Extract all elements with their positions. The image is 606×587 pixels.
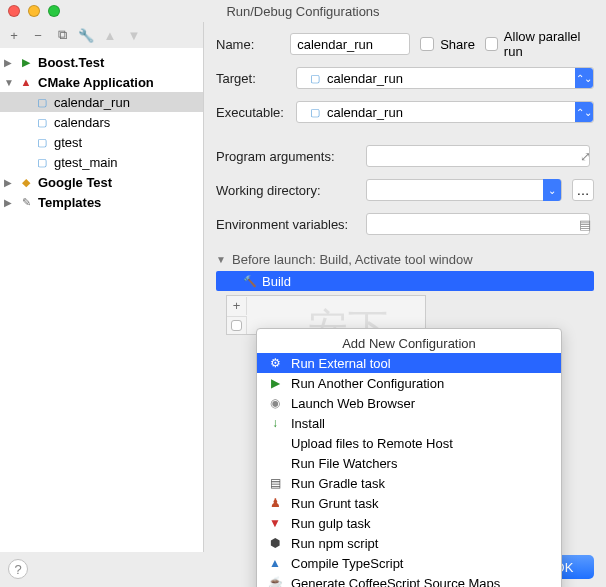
- tree-item[interactable]: ▢gtest: [0, 132, 203, 152]
- tree-arrow-icon: ▶: [4, 197, 14, 208]
- copy-icon[interactable]: ⧉: [54, 27, 70, 43]
- menu-item-icon: ⬢: [267, 535, 283, 551]
- menu-item-label: Run External tool: [291, 356, 391, 371]
- menu-item-label: Upload files to Remote Host: [291, 436, 453, 451]
- config-tree: ▶▶Boost.Test▼▲CMake Application▢calendar…: [0, 48, 203, 552]
- chevron-down-icon: ⌃⌄: [575, 102, 593, 122]
- menu-item-label: Run Gradle task: [291, 476, 385, 491]
- tree-node-icon: ▲: [18, 74, 34, 90]
- tree-node-label: calendars: [54, 115, 110, 130]
- list-icon[interactable]: ▤: [576, 215, 594, 233]
- menu-item-icon: ▤: [267, 475, 283, 491]
- chevron-down-icon: ⌃⌄: [575, 68, 593, 88]
- tree-item[interactable]: ▶◆Google Test: [0, 172, 203, 192]
- name-label: Name:: [216, 37, 280, 52]
- browse-button[interactable]: …: [572, 179, 594, 201]
- down-icon[interactable]: ▼: [126, 27, 142, 43]
- tree-item[interactable]: ▶▶Boost.Test: [0, 52, 203, 72]
- tree-item[interactable]: ▶✎Templates: [0, 192, 203, 212]
- build-task-row[interactable]: 🔨 Build: [216, 271, 594, 291]
- tree-node-label: Templates: [38, 195, 101, 210]
- wd-input[interactable]: ⌄: [366, 179, 562, 201]
- exe-tag-icon: ▢: [307, 104, 323, 120]
- tree-item[interactable]: ▼▲CMake Application: [0, 72, 203, 92]
- menu-item-label: Compile TypeScript: [291, 556, 403, 571]
- menu-item-label: Run npm script: [291, 536, 378, 551]
- task-checkbox[interactable]: [227, 316, 247, 334]
- tree-node-label: Google Test: [38, 175, 112, 190]
- menu-item-icon: ▲: [267, 555, 283, 571]
- tree-node-label: CMake Application: [38, 75, 154, 90]
- parallel-checkbox[interactable]: Allow parallel run: [485, 29, 594, 59]
- executable-select[interactable]: ▢ calendar_run ⌃⌄: [296, 101, 594, 123]
- wd-label: Working directory:: [216, 183, 356, 198]
- tree-item[interactable]: ▢calendars: [0, 112, 203, 132]
- menu-item-label: Install: [291, 416, 325, 431]
- add-config-menu: Add New Configuration ⚙Run External tool…: [256, 328, 562, 587]
- disclosure-arrow-icon: ▼: [216, 254, 226, 265]
- executable-label: Executable:: [216, 105, 286, 120]
- up-icon[interactable]: ▲: [102, 27, 118, 43]
- tree-node-icon: ▢: [34, 114, 50, 130]
- menu-item-icon: ☕: [267, 575, 283, 587]
- tree-node-label: gtest: [54, 135, 82, 150]
- menu-item[interactable]: ↓Install: [257, 413, 561, 433]
- tree-item[interactable]: ▢calendar_run: [0, 92, 203, 112]
- target-tag-icon: ▢: [307, 70, 323, 86]
- tree-toolbar: + − ⧉ 🔧 ▲ ▼: [0, 22, 203, 48]
- menu-item[interactable]: ▤Run Gradle task: [257, 473, 561, 493]
- tree-node-icon: ✎: [18, 194, 34, 210]
- menu-item[interactable]: ⚙Run External tool: [257, 353, 561, 373]
- args-label: Program arguments:: [216, 149, 356, 164]
- menu-item[interactable]: Upload files to Remote Host: [257, 433, 561, 453]
- menu-item[interactable]: ⬢Run npm script: [257, 533, 561, 553]
- menu-item-label: Launch Web Browser: [291, 396, 415, 411]
- tree-arrow-icon: ▶: [4, 177, 14, 188]
- menu-item-icon: [267, 435, 283, 451]
- menu-item-label: Run Another Configuration: [291, 376, 444, 391]
- menu-item[interactable]: Run File Watchers: [257, 453, 561, 473]
- tree-node-icon: ◆: [18, 174, 34, 190]
- tree-node-icon: ▢: [34, 154, 50, 170]
- add-task-icon[interactable]: +: [227, 297, 247, 315]
- hammer-icon: 🔨: [242, 273, 258, 289]
- args-input[interactable]: [366, 145, 590, 167]
- expand-icon[interactable]: ⤢: [576, 147, 594, 165]
- menu-item[interactable]: ♟Run Grunt task: [257, 493, 561, 513]
- tree-item[interactable]: ▢gtest_main: [0, 152, 203, 172]
- menu-item[interactable]: ▼Run gulp task: [257, 513, 561, 533]
- menu-item[interactable]: ☕Generate CoffeeScript Source Maps: [257, 573, 561, 587]
- tree-node-icon: ▢: [34, 134, 50, 150]
- menu-item[interactable]: ◉Launch Web Browser: [257, 393, 561, 413]
- before-launch-header[interactable]: ▼ Before launch: Build, Activate tool wi…: [216, 252, 594, 267]
- menu-item-icon: ♟: [267, 495, 283, 511]
- menu-item[interactable]: ▶Run Another Configuration: [257, 373, 561, 393]
- tree-node-icon: ▢: [34, 94, 50, 110]
- env-input[interactable]: [366, 213, 590, 235]
- menu-heading: Add New Configuration: [257, 333, 561, 353]
- chevron-down-icon[interactable]: ⌄: [543, 179, 561, 201]
- tree-node-label: calendar_run: [54, 95, 130, 110]
- add-icon[interactable]: +: [6, 27, 22, 43]
- tree-node-label: Boost.Test: [38, 55, 104, 70]
- window-title: Run/Debug Configurations: [0, 4, 606, 19]
- menu-item-icon: ↓: [267, 415, 283, 431]
- menu-item[interactable]: ▲Compile TypeScript: [257, 553, 561, 573]
- menu-item-icon: ▼: [267, 515, 283, 531]
- remove-icon[interactable]: −: [30, 27, 46, 43]
- tree-node-icon: ▶: [18, 54, 34, 70]
- tree-arrow-icon: ▶: [4, 57, 14, 68]
- target-select[interactable]: ▢ calendar_run ⌃⌄: [296, 67, 594, 89]
- wrench-icon[interactable]: 🔧: [78, 27, 94, 43]
- menu-item-label: Run Grunt task: [291, 496, 378, 511]
- menu-item-label: Generate CoffeeScript Source Maps: [291, 576, 500, 588]
- env-label: Environment variables:: [216, 217, 356, 232]
- menu-item-icon: ◉: [267, 395, 283, 411]
- menu-item-label: Run File Watchers: [291, 456, 397, 471]
- help-button[interactable]: ?: [8, 559, 28, 579]
- menu-item-icon: ⚙: [267, 355, 283, 371]
- tree-arrow-icon: ▼: [4, 77, 14, 88]
- name-input[interactable]: calendar_run: [290, 33, 410, 55]
- share-checkbox[interactable]: Share: [420, 37, 475, 52]
- target-label: Target:: [216, 71, 286, 86]
